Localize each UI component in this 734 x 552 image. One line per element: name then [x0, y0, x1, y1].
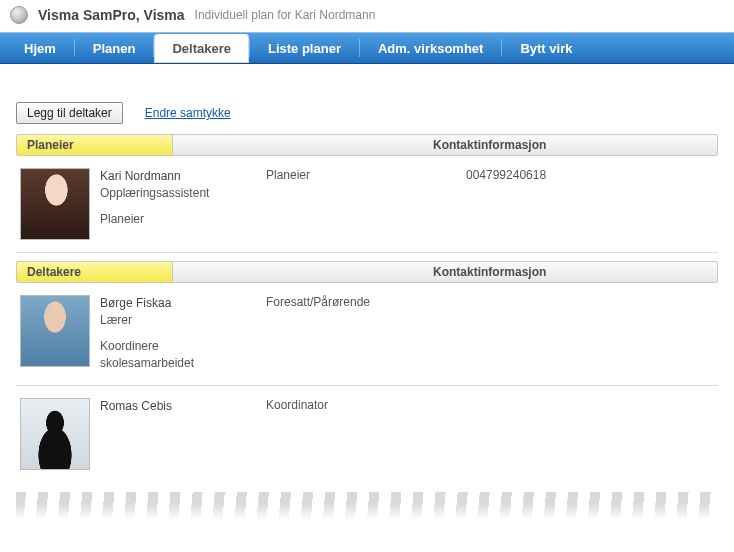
owner-section-title: Planeier — [17, 135, 173, 155]
app-logo-icon — [10, 6, 28, 24]
participant-person: Børge Fiskaa Lærer Koordinere skolesamar… — [100, 295, 256, 373]
change-consent-link[interactable]: Endre samtykke — [145, 106, 231, 120]
app-subtitle: Individuell plan for Kari Nordmann — [195, 8, 376, 22]
participant-title: Lærer — [100, 312, 256, 329]
participants-section-header: Deltakere Kontaktinformasjon — [16, 261, 718, 283]
owner-section-header: Planeier Kontaktinformasjon — [16, 134, 718, 156]
nav-list-plans[interactable]: Liste planer — [250, 33, 359, 63]
avatar — [20, 295, 90, 367]
nav-home[interactable]: Hjem — [6, 33, 74, 63]
owner-name: Kari Nordmann — [100, 168, 256, 185]
nav-switch-org[interactable]: Bytt virk — [502, 33, 590, 63]
participant-contact — [466, 398, 712, 470]
participants-contact-header: Kontaktinformasjon — [433, 262, 717, 282]
participant-note: Koordinere skolesamarbeidet — [100, 338, 256, 373]
participant-name: Romas Cebis — [100, 398, 256, 415]
participant-row[interactable]: Romas Cebis Koordinator — [16, 386, 718, 482]
avatar — [20, 398, 90, 470]
owner-contact: 004799240618 — [466, 168, 712, 240]
app-title: Visma SamPro, Visma — [38, 7, 185, 23]
participant-row[interactable]: Børge Fiskaa Lærer Koordinere skolesamar… — [16, 283, 718, 386]
torn-edge-decoration — [16, 492, 718, 520]
owner-person: Kari Nordmann Opplæringsassistent Planei… — [100, 168, 256, 240]
header-bar: Visma SamPro, Visma Individuell plan for… — [0, 0, 734, 32]
owner-note: Planeier — [100, 211, 256, 228]
toolbar: Legg til deltaker Endre samtykke — [16, 102, 718, 124]
owner-row[interactable]: Kari Nordmann Opplæringsassistent Planei… — [16, 156, 718, 253]
participant-role: Koordinator — [266, 398, 456, 470]
add-participant-button[interactable]: Legg til deltaker — [16, 102, 123, 124]
participants-section-title: Deltakere — [17, 262, 173, 282]
participant-person: Romas Cebis — [100, 398, 256, 470]
nav-participants[interactable]: Deltakere — [154, 34, 249, 63]
owner-role: Planeier — [266, 168, 456, 240]
content-area: Legg til deltaker Endre samtykke Planeie… — [0, 64, 734, 520]
owner-contact-header: Kontaktinformasjon — [433, 135, 717, 155]
participant-contact — [466, 295, 712, 373]
avatar — [20, 168, 90, 240]
participant-name: Børge Fiskaa — [100, 295, 256, 312]
owner-title: Opplæringsassistent — [100, 185, 256, 202]
nav-plan[interactable]: Planen — [75, 33, 154, 63]
main-nav: Hjem Planen Deltakere Liste planer Adm. … — [0, 32, 734, 64]
participant-role: Foresatt/Pårørende — [266, 295, 456, 373]
nav-admin[interactable]: Adm. virksomhet — [360, 33, 501, 63]
